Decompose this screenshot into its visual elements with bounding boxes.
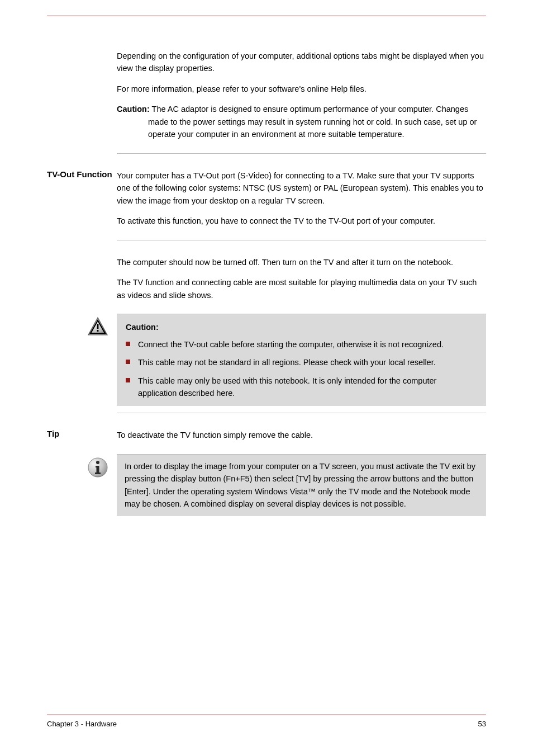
warning-triangle-icon — [87, 316, 109, 413]
info-callout: In order to display the image from your … — [117, 455, 486, 516]
footer-chapter: Chapter 3 - Hardware — [47, 720, 117, 728]
tvout-para-3: The computer should now be turned off. T… — [117, 256, 486, 268]
resolution-para: In order to display the image from your … — [125, 462, 475, 508]
bullet-square-icon — [126, 360, 130, 364]
svg-rect-3 — [97, 330, 99, 332]
tip-heading: Tip — [47, 413, 117, 454]
tip-text: To deactivate the TV function simply rem… — [117, 429, 486, 441]
bullet-square-icon — [126, 378, 130, 382]
bullet-square-icon — [126, 342, 130, 346]
caution-title: Caution: — [126, 321, 477, 333]
tvout-para-4: The TV function and connecting cable are… — [117, 276, 486, 301]
footer-page-number: 53 — [478, 720, 486, 728]
tvout-para-1: Your computer has a TV-Out port (S-Video… — [117, 169, 486, 207]
intro-para-1: Depending on the configuration of your c… — [117, 50, 486, 75]
caution-item: This cable may only be used with this no… — [126, 375, 477, 400]
caution-item: Connect the TV-out cable before starting… — [126, 338, 477, 351]
caution-item: This cable may not be standard in all re… — [126, 356, 477, 368]
info-icon — [87, 456, 109, 518]
caution-callout: Caution: Connect the TV-out cable before… — [117, 314, 486, 406]
tvout-heading: TV-Out Function — [47, 154, 117, 240]
tvout-para-2: To activate this function, you have to c… — [117, 215, 486, 227]
intro-caution: Caution: The AC adaptor is designed to e… — [117, 103, 486, 140]
svg-rect-2 — [97, 324, 99, 329]
intro-para-2: For more information, please refer to yo… — [117, 83, 486, 95]
svg-point-5 — [96, 461, 99, 464]
